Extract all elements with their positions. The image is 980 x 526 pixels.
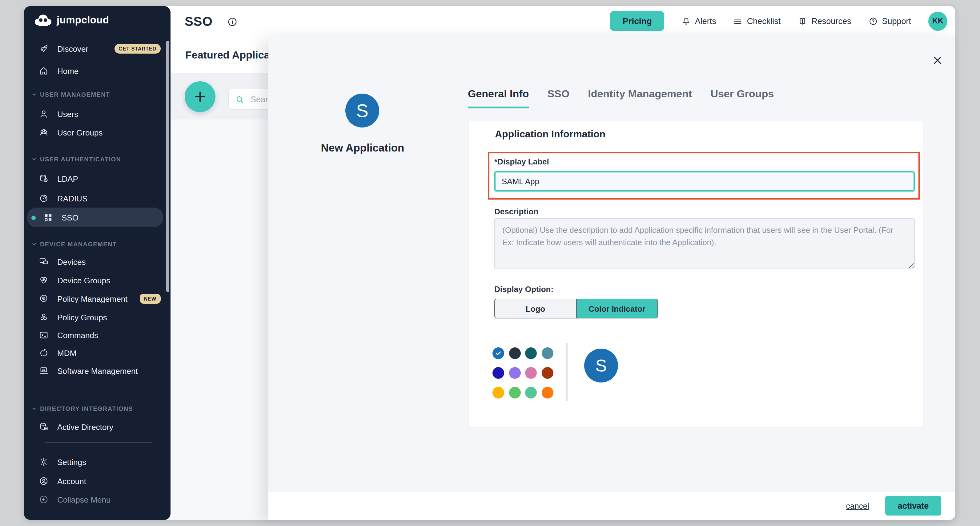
sidebar-item-mdm[interactable]: MDM xyxy=(32,344,162,362)
close-icon[interactable] xyxy=(932,55,943,66)
arrow-left-circle-icon xyxy=(39,494,49,504)
jumpcloud-logo[interactable]: jumpcloud xyxy=(35,14,109,26)
sidebar-section-user-management[interactable]: USER MANAGEMENT xyxy=(32,90,162,99)
sidebar-item-label: Discover xyxy=(57,44,88,53)
sidebar-item-commands[interactable]: Commands xyxy=(32,326,162,344)
sidebar-item-user-groups[interactable]: User Groups xyxy=(32,123,162,142)
new-application-modal: S New Application General Info SSO Ident… xyxy=(268,36,955,520)
sidebar-item-label: Software Management xyxy=(57,366,138,375)
sidebar-item-users[interactable]: Users xyxy=(32,105,162,123)
sidebar-item-label: Settings xyxy=(57,457,86,467)
color-swatch[interactable] xyxy=(525,367,537,379)
sidebar-item-label: Home xyxy=(57,66,78,75)
display-label-input[interactable] xyxy=(494,171,915,191)
color-swatch[interactable] xyxy=(509,387,520,398)
new-badge: NEW xyxy=(140,294,161,304)
book-icon xyxy=(798,16,807,26)
checklist-icon xyxy=(733,16,743,26)
sidebar-section-directory-integrations[interactable]: DIRECTORY INTEGRATIONS xyxy=(32,404,162,413)
sidebar-item-policy-management[interactable]: Policy Management NEW xyxy=(32,290,162,308)
sidebar-item-label: Policy Management xyxy=(57,294,127,303)
description-textarea[interactable] xyxy=(494,218,915,269)
color-swatch[interactable] xyxy=(492,387,504,398)
jumpcloud-cloud-icon xyxy=(35,14,52,26)
pricing-button[interactable]: Pricing xyxy=(610,11,664,31)
sidebar-item-home[interactable]: Home xyxy=(32,62,162,80)
tab-identity-management[interactable]: Identity Management xyxy=(588,88,692,108)
sidebar-item-discover[interactable]: Discover GET STARTED xyxy=(32,40,162,58)
sidebar: jumpcloud Discover GET STARTED Home USER… xyxy=(24,6,170,520)
sidebar-item-label: SSO xyxy=(62,213,78,222)
sidebar-item-radius[interactable]: RADIUS xyxy=(32,189,162,207)
sidebar-item-label: Device Groups xyxy=(57,276,110,285)
sidebar-item-account[interactable]: Account xyxy=(32,472,162,490)
sidebar-item-collapse-menu[interactable]: Collapse Menu xyxy=(32,490,162,509)
activate-button[interactable]: activate xyxy=(885,496,941,515)
color-swatch[interactable] xyxy=(509,367,520,379)
avatar[interactable]: KK xyxy=(928,11,947,30)
sidebar-item-settings[interactable]: Settings xyxy=(32,453,162,471)
tab-general-info[interactable]: General Info xyxy=(468,88,529,108)
color-swatch-grid xyxy=(492,347,553,398)
color-swatch[interactable] xyxy=(525,387,537,398)
cancel-link[interactable]: cancel xyxy=(846,501,869,510)
ldap-database-icon xyxy=(39,174,49,183)
color-indicator-option[interactable]: Color Indicator xyxy=(576,299,657,318)
color-swatch[interactable] xyxy=(509,347,520,359)
display-option-toggle: Logo Color Indicator xyxy=(494,299,658,319)
application-name: New Application xyxy=(268,142,457,155)
tab-sso[interactable]: SSO xyxy=(547,88,570,108)
devices-icon xyxy=(39,257,49,267)
color-swatch[interactable] xyxy=(541,387,553,398)
user-icon xyxy=(39,109,49,119)
sidebar-item-sso[interactable]: SSO xyxy=(27,207,163,227)
policy-octagon-icon xyxy=(39,294,49,304)
sidebar-section-device-management[interactable]: DEVICE MANAGEMENT xyxy=(32,240,162,248)
sidebar-item-software-management[interactable]: Software Management xyxy=(32,362,162,380)
color-swatch[interactable] xyxy=(492,367,504,379)
modal-tabs: General Info SSO Identity Management Use… xyxy=(468,88,774,108)
logo-option[interactable]: Logo xyxy=(495,299,576,318)
description-label: Description xyxy=(494,207,538,216)
card-heading: Application Information xyxy=(495,129,605,140)
support-button[interactable]: Support xyxy=(868,16,911,26)
chevron-down-icon xyxy=(32,406,37,411)
tab-user-groups[interactable]: User Groups xyxy=(710,88,774,108)
rocket-icon xyxy=(39,44,49,54)
color-swatch[interactable] xyxy=(541,367,553,379)
color-swatch-selected[interactable] xyxy=(492,347,504,359)
sidebar-item-devices[interactable]: Devices xyxy=(32,252,162,271)
terminal-icon xyxy=(39,330,49,340)
application-avatar: S xyxy=(345,94,379,128)
sidebar-item-device-groups[interactable]: Device Groups xyxy=(32,271,162,290)
alerts-button[interactable]: Alerts xyxy=(681,16,716,26)
modal-footer: cancel activate xyxy=(268,491,955,520)
sidebar-section-user-authentication[interactable]: USER AUTHENTICATION xyxy=(32,155,162,163)
sidebar-item-ldap[interactable]: LDAP xyxy=(32,169,162,188)
sidebar-item-label: Active Directory xyxy=(57,422,113,432)
user-group-icon xyxy=(39,128,49,137)
sidebar-scrollbar[interactable] xyxy=(166,41,169,292)
sidebar-item-active-directory[interactable]: Active Directory xyxy=(32,418,162,436)
home-icon xyxy=(39,66,49,76)
checklist-button[interactable]: Checklist xyxy=(733,16,781,26)
bell-icon xyxy=(681,16,690,26)
get-started-badge: GET STARTED xyxy=(114,44,161,54)
check-icon xyxy=(495,350,502,357)
sidebar-item-label: Collapse Menu xyxy=(57,495,110,504)
color-swatch[interactable] xyxy=(541,347,553,359)
info-icon[interactable] xyxy=(227,16,238,27)
vertical-divider xyxy=(566,343,568,401)
sidebar-item-label: Policy Groups xyxy=(57,312,107,322)
add-application-button[interactable] xyxy=(185,81,215,112)
sidebar-item-label: Account xyxy=(57,477,86,486)
color-swatch[interactable] xyxy=(525,347,537,359)
resources-button[interactable]: Resources xyxy=(798,16,851,26)
plus-icon xyxy=(192,89,208,105)
active-directory-icon xyxy=(39,422,49,432)
top-bar-actions: Pricing Alerts Checklist xyxy=(610,6,947,36)
application-information-card: Application Information *Display Label D… xyxy=(468,121,923,427)
sidebar-item-policy-groups[interactable]: Policy Groups xyxy=(32,308,162,327)
chevron-down-icon xyxy=(32,91,37,97)
chevron-down-icon xyxy=(32,241,37,247)
